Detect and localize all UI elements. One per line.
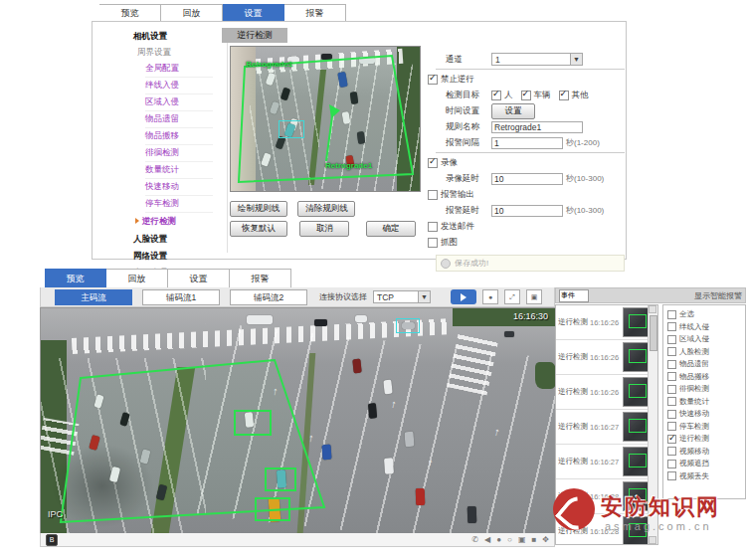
event-row[interactable]: 逆行检测 16:16:26 — [556, 305, 651, 340]
record-checkbox[interactable]: 录像 — [428, 157, 458, 169]
page: 预览 回放 设置 报警 相机设置 周界设置 全局配置 绊线入侵 — [0, 0, 746, 560]
record-icon[interactable]: ● — [496, 535, 501, 544]
send-email-label: 发送邮件 — [441, 221, 474, 233]
live-play-button[interactable] — [451, 289, 476, 304]
alarm-filter-checkbox[interactable]: 快速移动 — [667, 408, 745, 421]
main-tab[interactable]: 回放 — [106, 269, 168, 289]
fullscreen-button[interactable]: ⤢ — [504, 289, 520, 304]
record-button[interactable]: ● — [482, 289, 498, 304]
sidebar-camera-settings[interactable]: 相机设置 — [125, 28, 227, 45]
audio-icon[interactable]: ◀ — [484, 535, 490, 544]
event-row[interactable]: 逆行检测 16:16:26 — [556, 340, 651, 375]
ptz-icon[interactable]: ✥ — [542, 535, 549, 544]
sidebar-section[interactable]: 人脸设置 — [125, 231, 227, 248]
sidebar-link[interactable]: 停车检测 — [145, 196, 213, 213]
time-set-button[interactable]: 设置 — [491, 103, 535, 119]
talk-icon[interactable]: ✆ — [471, 535, 478, 544]
rule-buttons: 绘制规则线 清除规则线 — [230, 197, 355, 217]
stream-button[interactable]: 主码流 — [55, 289, 132, 305]
ok-button[interactable]: 确定 — [366, 221, 416, 237]
event-row[interactable]: 逆行检测 16:16:26 — [556, 375, 651, 410]
main-tab[interactable]: 设置 — [168, 269, 230, 289]
target-checkbox[interactable]: 车辆 — [521, 90, 551, 101]
alarm-interval-unit: 秒(1-200) — [566, 137, 600, 148]
main-tab[interactable]: 报警 — [230, 269, 291, 289]
show-smart-alarm-link[interactable]: 显示智能报警 — [694, 290, 742, 301]
sidebar-section[interactable]: 网络设置 — [125, 248, 227, 265]
cancel-button[interactable]: 取消 — [299, 221, 349, 237]
stream-info-icon[interactable]: B — [46, 534, 58, 546]
event-filter-input[interactable] — [559, 289, 589, 302]
checkbox-icon — [667, 422, 676, 431]
alarm-filter-checkbox[interactable]: 视频丢失 — [667, 470, 745, 483]
stream-buttons: 主码流 辅码流1 辅码流2 — [55, 289, 307, 305]
checkbox-icon — [428, 75, 438, 85]
draw-rule-line-button[interactable]: 绘制规则线 — [230, 201, 287, 217]
sidebar-link[interactable]: 区域入侵 — [145, 94, 213, 111]
enable-retrograde-checkbox[interactable]: 禁止逆行 — [428, 74, 474, 86]
alarm-filter-checkbox[interactable]: 区域入侵 — [667, 333, 745, 346]
restore-default-button[interactable]: 恢复默认 — [230, 221, 287, 237]
stream-button[interactable]: 辅码流1 — [142, 289, 220, 305]
alarm-filter-label: 数量统计 — [679, 397, 709, 407]
checkbox-icon — [667, 410, 676, 419]
confirm-buttons: 恢复默认 取消 确定 — [230, 217, 416, 237]
channel-select[interactable]: 1 ▼ — [491, 53, 583, 66]
alarm-interval-input[interactable] — [491, 137, 563, 149]
settings-window: 预览 回放 设置 报警 相机设置 周界设置 全局配置 绊线入侵 — [88, 0, 627, 261]
record-delay-label: 录像延时 — [446, 173, 491, 185]
sidebar-link[interactable]: 徘徊检测 — [145, 145, 213, 162]
main-tab[interactable]: 预览 — [45, 269, 106, 289]
sidebar-link[interactable]: 数量统计 — [145, 162, 213, 179]
settings-sidebar: 相机设置 周界设置 全局配置 绊线入侵 区域入侵 物品遗留 物品搬移 徘 — [125, 28, 228, 253]
alarm-filter-checkbox[interactable]: 视频移动 — [667, 446, 745, 459]
target-checkbox[interactable]: 其他 — [559, 90, 589, 101]
alarm-filter-checkbox[interactable]: 停车检测 — [667, 421, 745, 434]
active-bullet-icon — [135, 218, 139, 224]
sidebar-perimeter-group[interactable]: 周界设置 — [125, 45, 227, 61]
sidebar-link[interactable]: 全局配置 — [145, 61, 213, 78]
zoom-icon[interactable]: ○ — [507, 535, 512, 544]
alarm-output-checkbox[interactable]: 报警输出 — [428, 189, 474, 201]
event-row[interactable]: 逆行检测 16:16:27 — [556, 445, 651, 479]
checkbox-icon — [667, 322, 676, 331]
rule-name-label: Retrograde1 — [246, 60, 292, 69]
alarm-filter-checkbox[interactable]: 视频遮挡 — [667, 458, 745, 470]
alarm-filter-checkbox[interactable]: 物品遗留 — [667, 358, 745, 371]
picture-icon[interactable]: ■ — [531, 535, 536, 544]
target-checkbox[interactable]: 人 — [491, 90, 513, 101]
alarm-filter-checkbox[interactable]: 数量统计 — [667, 396, 745, 409]
sidebar-link[interactable]: 物品遗留 — [145, 111, 213, 128]
scrollbar-thumb[interactable] — [650, 315, 657, 351]
tab-retrograde-detection[interactable]: 逆行检测 — [222, 28, 287, 43]
event-row[interactable]: 逆行检测 16:16:27 — [556, 410, 651, 445]
alarm-filter-checkbox[interactable]: 逆行检测 — [667, 433, 745, 446]
rule-name-input[interactable] — [491, 121, 583, 133]
alarm-filter-checkbox[interactable]: 物品搬移 — [667, 371, 745, 384]
alarm-filter-checkbox[interactable]: 绊线入侵 — [667, 321, 745, 334]
events-header: 显示智能报警 — [555, 287, 746, 303]
sidebar-item-retrograde-detection[interactable]: 逆行检测 — [125, 213, 227, 231]
alarm-filter-checkbox[interactable]: 人脸检测 — [667, 346, 745, 359]
target-label: 人 — [504, 90, 513, 101]
send-email-checkbox[interactable]: 发送邮件 — [428, 221, 474, 233]
alarm-filter-label: 快速移动 — [679, 409, 709, 419]
scroll-up-icon[interactable] — [649, 305, 656, 313]
stream-button[interactable]: 辅码流2 — [230, 289, 307, 305]
rule-drawing-canvas[interactable]: Retrograde1 Retrograde1 — [230, 46, 421, 192]
record-delay-input[interactable] — [491, 173, 563, 185]
alarm-filter-checkbox[interactable]: 全选 — [667, 308, 745, 321]
sidebar-link[interactable]: 快速移动 — [145, 179, 213, 196]
sidebar-link[interactable]: 绊线入侵 — [145, 78, 213, 94]
checkbox-icon — [667, 397, 676, 406]
protocol-select[interactable]: TCP ▼ — [373, 290, 431, 303]
event-time: 16:16:27 — [590, 423, 622, 432]
window-layout-button[interactable]: ▣ — [526, 289, 542, 304]
alarm-filter-label: 逆行检测 — [679, 434, 709, 444]
alarm-delay-input[interactable] — [491, 205, 563, 217]
snapshot-icon[interactable]: ▣ — [518, 535, 526, 544]
alarm-filter-checkbox[interactable]: 徘徊检测 — [667, 383, 745, 396]
sidebar-link[interactable]: 物品搬移 — [145, 128, 213, 145]
clear-rule-line-button[interactable]: 清除规则线 — [297, 201, 355, 217]
snapshot-checkbox[interactable]: 抓图 — [428, 237, 458, 249]
